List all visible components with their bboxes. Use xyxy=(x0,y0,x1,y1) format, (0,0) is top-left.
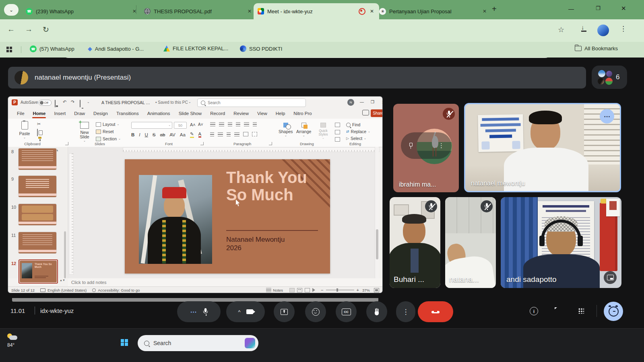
menu-transitions[interactable]: Transitions xyxy=(116,111,139,116)
font-color-button[interactable]: A xyxy=(198,132,202,138)
tab-chatgpt[interactable]: ✳ Pertanyaan Ujian Proposal ✕ xyxy=(375,3,492,19)
tab-whatsapp[interactable]: ☎ (239) WhatsApp ✕ xyxy=(22,3,142,19)
undo-icon[interactable]: ↶ xyxy=(63,99,66,105)
slide[interactable]: Thank You So Much Natanael Mewontju 2026 xyxy=(125,159,330,274)
account-avatar[interactable]: N xyxy=(347,99,354,106)
captions-button[interactable]: CC xyxy=(336,301,357,322)
slideshow-view-icon[interactable] xyxy=(312,288,315,292)
comments-icon[interactable] xyxy=(362,110,369,115)
more-options-button[interactable]: ⋮ xyxy=(396,301,415,322)
window-minimize-button[interactable]: — xyxy=(568,6,574,12)
grow-font-button[interactable]: A˄ xyxy=(190,122,196,127)
columns-icon[interactable] xyxy=(243,132,248,136)
picture-in-picture-button[interactable] xyxy=(604,271,617,284)
mic-button[interactable]: ⋯ xyxy=(177,301,221,322)
font-size-combo[interactable]: 50 xyxy=(174,122,187,129)
menu-record[interactable]: Record xyxy=(210,111,225,116)
all-bookmarks-button[interactable]: All Bookmarks xyxy=(575,45,618,51)
highlight-button[interactable]: ✎ xyxy=(190,131,194,138)
close-icon[interactable]: ✕ xyxy=(369,8,375,14)
slide-thumbnail-9[interactable] xyxy=(19,176,56,197)
notes-toggle-icon[interactable] xyxy=(266,288,271,292)
autosave-toggle[interactable]: Off xyxy=(39,100,52,106)
slide-sorter-icon[interactable] xyxy=(297,288,302,292)
raise-hand-button[interactable] xyxy=(366,301,387,322)
redo-icon[interactable]: ↷ xyxy=(71,99,74,105)
shape-outline-icon[interactable] xyxy=(335,130,340,134)
slide-thumbnail-12-selected[interactable]: Thank You So Much xyxy=(19,259,58,284)
zoom-level[interactable]: 37% xyxy=(362,288,370,292)
quick-styles-button[interactable]: Quick Styles ⌄ xyxy=(315,122,332,140)
tile-more-button[interactable]: ⋯ xyxy=(600,109,614,123)
ppt-restore-button[interactable]: ❐ xyxy=(371,100,374,104)
smartart-icon[interactable] xyxy=(252,132,257,136)
language-status[interactable]: English (United States) xyxy=(47,288,87,292)
numbering-icon[interactable] xyxy=(219,122,224,126)
tab-search-button[interactable]: ⌄ xyxy=(4,4,19,16)
reactions-button[interactable] xyxy=(305,301,326,322)
menu-draw[interactable]: Draw xyxy=(74,111,85,116)
menu-animations[interactable]: Animations xyxy=(147,111,170,116)
new-slide-button[interactable]: New Slide ⌄ xyxy=(76,122,93,142)
tile-andi[interactable]: andi sadapotto xyxy=(501,197,621,288)
ppt-minimize-button[interactable]: — xyxy=(360,100,364,104)
tile-natanael[interactable]: ⋯ natanael mewontju xyxy=(464,103,621,192)
indent-decrease-icon[interactable] xyxy=(228,122,232,126)
dialog-launcher-icon[interactable] xyxy=(65,142,68,145)
zoom-out-icon[interactable]: − xyxy=(321,288,323,292)
slide-thumbnail-11[interactable] xyxy=(19,232,56,253)
slideshow-icon[interactable] xyxy=(80,100,80,107)
layout-button[interactable]: Layout⌄ xyxy=(96,122,119,127)
italic-button[interactable]: I xyxy=(139,132,140,137)
downloads-icon[interactable]: ↓ xyxy=(581,25,586,32)
camera-button[interactable]: ^ xyxy=(226,301,265,322)
align-right-icon[interactable] xyxy=(227,132,231,136)
profile-avatar[interactable] xyxy=(597,25,609,36)
shape-effects-icon[interactable] xyxy=(335,137,340,142)
window-maximize-button[interactable]: ❐ xyxy=(596,5,601,11)
bookmark-star-icon[interactable]: ☆ xyxy=(558,25,564,34)
find-button[interactable]: Find xyxy=(346,122,360,127)
slide-thumbnail-10[interactable] xyxy=(19,204,56,225)
zoom-in-icon[interactable]: + xyxy=(357,288,359,292)
search-highlight-icon[interactable] xyxy=(245,338,255,348)
pin-icon[interactable] xyxy=(408,143,413,149)
chevron-down-icon[interactable]: ⌄ xyxy=(87,100,90,104)
browser-menu-kebab-icon[interactable]: ⋮ xyxy=(620,25,627,33)
normal-view-icon[interactable] xyxy=(289,288,295,292)
menu-home[interactable]: Home xyxy=(33,111,46,116)
start-button[interactable] xyxy=(121,339,128,346)
share-button[interactable]: Share ⌄ xyxy=(371,109,382,117)
underline-button[interactable]: U xyxy=(145,132,148,137)
close-icon[interactable]: ✕ xyxy=(131,8,138,14)
canvas-scrollbar[interactable] xyxy=(375,147,379,278)
notes-splitter[interactable]: ▲▼ xyxy=(60,278,64,286)
clock-extension-button[interactable] xyxy=(604,302,623,321)
menu-file[interactable]: File xyxy=(17,111,25,116)
reset-button[interactable]: Reset xyxy=(96,129,114,134)
activities-grid-icon[interactable] xyxy=(578,308,584,314)
character-spacing-button[interactable]: AV xyxy=(169,132,175,137)
ppt-search-box[interactable]: Search xyxy=(197,99,306,107)
window-close-button[interactable]: ✕ xyxy=(621,5,626,12)
text-direction-icon[interactable] xyxy=(253,122,257,126)
copy-icon[interactable] xyxy=(37,129,38,136)
tile-buhari[interactable]: Buhari ... xyxy=(390,197,440,288)
change-case-button[interactable]: Aa xyxy=(180,132,186,137)
tile-natana[interactable]: natana... xyxy=(445,197,496,288)
menu-review[interactable]: Review xyxy=(233,111,249,116)
section-button[interactable]: Section⌄ xyxy=(96,136,121,141)
bookmark-file-lektor[interactable]: FILE LEKTOR KEPAL... xyxy=(163,45,228,51)
weather-widget[interactable]: 84° xyxy=(7,333,18,348)
bookmark-sso-pddikti[interactable]: SSO PDDIKTI xyxy=(240,45,282,52)
bookmark-andi-sadapotto[interactable]: ◆ Andi Sadapotto - G... xyxy=(88,45,144,52)
indent-increase-icon[interactable] xyxy=(236,122,240,126)
zoom-slider[interactable] xyxy=(326,290,354,290)
tile-options-kebab-icon[interactable]: ⋮ xyxy=(438,142,444,149)
shrink-font-button[interactable]: A˅ xyxy=(198,122,203,127)
camera-options-chevron[interactable]: ^ xyxy=(238,309,240,315)
participants-pill[interactable]: 6 xyxy=(592,66,627,89)
bookmark-whatsapp[interactable]: ☎ (57) WhatsApp xyxy=(30,45,74,52)
strikethrough-button[interactable]: S xyxy=(153,132,156,137)
taskbar-search[interactable]: Search xyxy=(138,335,258,351)
